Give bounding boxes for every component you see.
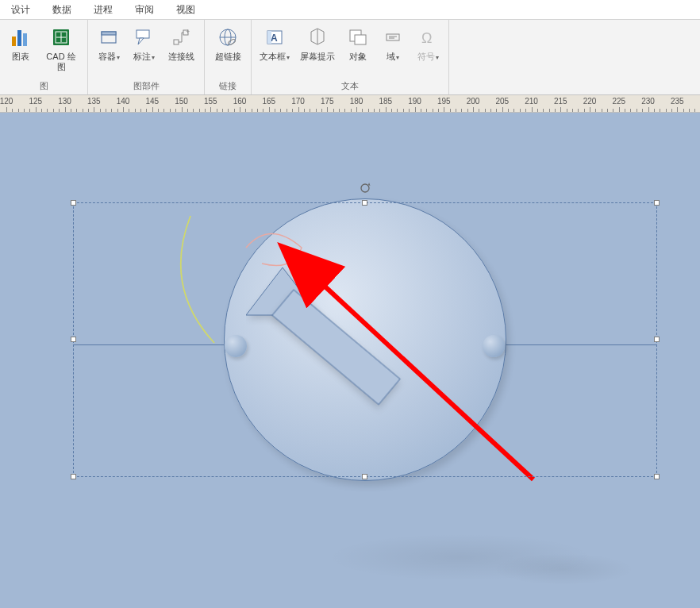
tab-review[interactable]: 审阅 xyxy=(124,0,165,19)
hyperlink-icon xyxy=(215,25,240,50)
chart-button[interactable]: 图表 xyxy=(4,22,37,79)
screentip-icon xyxy=(305,25,330,50)
ribbon-group-text: A 文本框▾ 屏幕提示 xyxy=(252,20,449,94)
resize-handle-w[interactable] xyxy=(71,337,76,342)
svg-text:+: + xyxy=(186,28,190,36)
resize-handle-e[interactable] xyxy=(654,337,660,342)
group-label-link: 链接 xyxy=(209,79,247,94)
ribbon-group-link: 超链接 链接 xyxy=(205,20,252,94)
tab-design[interactable]: 设计 xyxy=(0,0,41,19)
callout-icon xyxy=(131,25,156,50)
object-icon xyxy=(345,25,371,50)
ribbon-group-chart: 图表 CAD 绘图 图 xyxy=(0,20,88,94)
resize-handle-ne[interactable] xyxy=(654,200,660,206)
svg-text:Ω: Ω xyxy=(421,30,432,46)
svg-rect-23 xyxy=(387,34,399,40)
rotate-handle[interactable] xyxy=(360,183,371,194)
svg-rect-1 xyxy=(17,30,21,46)
resize-handle-se[interactable] xyxy=(654,474,660,479)
resize-handle-sw[interactable] xyxy=(71,474,76,479)
ribbon-tabs: 设计 数据 进程 审阅 视图 xyxy=(0,0,700,20)
screentip-button[interactable]: 屏幕提示 xyxy=(295,22,340,79)
symbol-button[interactable]: Ω 符号▾ xyxy=(411,22,444,79)
ribbon-group-parts: 容器▾ 标注▾ + xyxy=(88,20,205,94)
group-label-text: 文本 xyxy=(256,79,444,94)
svg-rect-22 xyxy=(355,35,366,44)
cad-button[interactable]: CAD 绘图 xyxy=(39,22,83,79)
callout-button[interactable]: 标注▾ xyxy=(127,22,160,79)
container-button[interactable]: 容器▾ xyxy=(92,22,125,79)
tab-view[interactable]: 视图 xyxy=(165,0,206,19)
svg-rect-0 xyxy=(12,37,16,46)
chevron-down-icon: ▾ xyxy=(396,54,399,61)
resize-handle-s[interactable] xyxy=(362,474,367,479)
connector-button[interactable]: + 连接线 xyxy=(162,22,200,79)
chevron-down-icon: ▾ xyxy=(152,54,155,61)
svg-rect-2 xyxy=(23,33,27,46)
symbol-icon: Ω xyxy=(415,25,440,50)
svg-point-31 xyxy=(361,184,369,192)
tab-data[interactable]: 数据 xyxy=(41,0,83,19)
svg-rect-19 xyxy=(267,31,271,44)
hyperlink-button[interactable]: 超链接 xyxy=(209,22,247,79)
resize-handle-nw[interactable] xyxy=(71,200,76,206)
canvas[interactable] xyxy=(0,113,700,608)
container-icon xyxy=(96,25,121,50)
ribbon: 图表 CAD 绘图 图 xyxy=(0,20,700,95)
svg-text:A: A xyxy=(271,33,278,44)
svg-rect-10 xyxy=(174,40,179,44)
object-button[interactable]: 对象 xyxy=(341,22,375,79)
group-label-parts: 图部件 xyxy=(92,79,200,94)
resize-handle-n[interactable] xyxy=(362,200,367,206)
chart-icon xyxy=(8,25,33,50)
field-icon xyxy=(380,25,406,50)
connector-icon: + xyxy=(168,25,194,50)
svg-rect-8 xyxy=(102,32,116,35)
group-label-chart: 图 xyxy=(4,79,83,94)
chevron-down-icon: ▾ xyxy=(436,54,439,61)
textbox-icon: A xyxy=(262,25,287,50)
horizontal-ruler[interactable]: 1201251301351401451501551601651701751801… xyxy=(0,95,700,113)
tab-process[interactable]: 进程 xyxy=(83,0,124,19)
chevron-down-icon: ▾ xyxy=(287,54,290,61)
field-button[interactable]: 域▾ xyxy=(376,22,410,79)
svg-rect-9 xyxy=(137,30,149,38)
chevron-down-icon: ▾ xyxy=(117,54,120,61)
textbox-button[interactable]: A 文本框▾ xyxy=(256,22,294,79)
selection-box[interactable] xyxy=(73,202,657,477)
svg-point-16 xyxy=(228,39,237,46)
cad-icon xyxy=(48,25,74,50)
